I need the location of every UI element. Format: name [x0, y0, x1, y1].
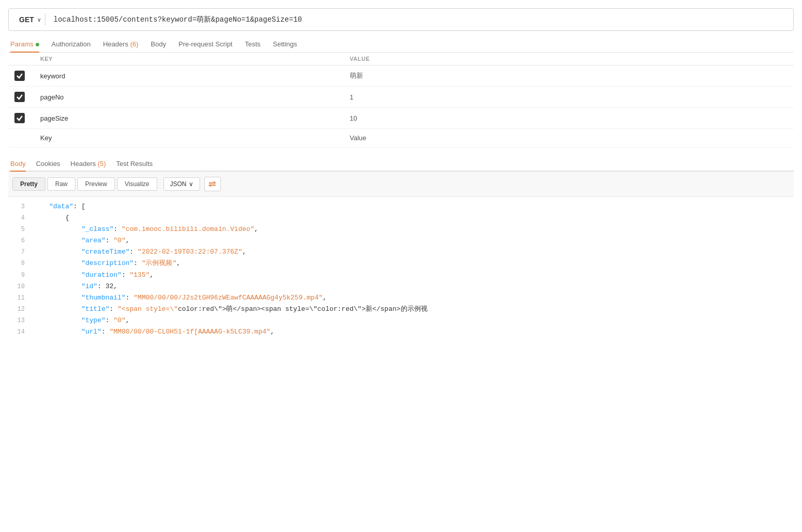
line-number: 13	[8, 315, 33, 326]
format-row: Pretty Raw Preview Visualize JSON ∨ ⇌	[8, 172, 794, 197]
line-number: 4	[8, 212, 33, 223]
format-pretty-btn[interactable]: Pretty	[12, 177, 45, 191]
response-tab-testresults[interactable]: Test Results	[116, 156, 153, 171]
line-number: 5	[8, 224, 33, 235]
line-content: "url": "MM00/00/00-CL0H51-1f[AAAAAG-k5LC…	[33, 326, 794, 338]
table-row-empty: Key Value	[8, 129, 794, 147]
checkbox-pagesize[interactable]	[14, 113, 25, 123]
col-value: VALUE	[343, 53, 794, 65]
format-visualize-btn[interactable]: Visualize	[117, 177, 157, 191]
url-bar: GET ∨	[8, 8, 794, 31]
line-content: "title": "<span style=\"color:red\">萌</s…	[33, 304, 794, 315]
line-content: {	[33, 212, 794, 224]
params-table: KEY VALUE keyword 萌新 pag	[8, 53, 794, 147]
line-content: "area": "0",	[33, 235, 794, 246]
json-viewer: 3 "data": [4 {5 "_class": "com.imooc.bil…	[8, 197, 794, 342]
json-line: 9 "duration": "135",	[8, 270, 794, 281]
tab-tests[interactable]: Tests	[245, 35, 260, 52]
line-content: "description": "示例视频",	[33, 258, 794, 269]
line-content: "thumbnail": "MM00/00/00/J2s2tGH96zWEawf…	[33, 292, 794, 304]
response-tab-headers[interactable]: Headers (5)	[71, 156, 106, 171]
wrap-button[interactable]: ⇌	[204, 177, 221, 191]
method-chevron: ∨	[37, 17, 41, 23]
line-number: 12	[8, 304, 33, 314]
json-line: 13 "type": "0",	[8, 315, 794, 326]
param-key-placeholder[interactable]: Key	[34, 129, 343, 147]
col-checkbox	[8, 53, 34, 65]
json-line: 4 {	[8, 212, 794, 224]
line-content: "duration": "135",	[33, 270, 794, 281]
json-line: 12 "title": "<span style=\"color:red\">萌…	[8, 304, 794, 315]
checkbox-keyword[interactable]	[14, 71, 25, 81]
dropdown-chevron: ∨	[189, 180, 193, 188]
json-line: 3 "data": [	[8, 201, 794, 212]
json-line: 10 "id": 32,	[8, 281, 794, 292]
response-tab-cookies[interactable]: Cookies	[36, 156, 60, 171]
line-number: 8	[8, 258, 33, 269]
param-key-pageno[interactable]: pageNo	[34, 87, 343, 108]
headers-badge: (6)	[130, 40, 138, 48]
json-line: 14 "url": "MM00/00/00-CL0H51-1f[AAAAAG-k…	[8, 326, 794, 338]
format-dropdown[interactable]: JSON ∨	[163, 177, 200, 191]
line-number: 11	[8, 292, 33, 303]
line-number: 10	[8, 281, 33, 292]
col-key: KEY	[34, 53, 343, 65]
checkbox-pageno[interactable]	[14, 92, 25, 102]
param-key-keyword[interactable]: keyword	[34, 65, 343, 87]
param-value-pagesize[interactable]: 10	[343, 108, 794, 129]
json-line: 5 "_class": "com.imooc.bilibili.domain.V…	[8, 224, 794, 235]
json-line: 7 "createTime": "2022-02-19T03:22:07.376…	[8, 246, 794, 258]
tab-settings[interactable]: Settings	[273, 35, 297, 52]
response-tab-body[interactable]: Body	[10, 156, 26, 171]
param-key-pagesize[interactable]: pageSize	[34, 108, 343, 129]
line-number: 7	[8, 246, 33, 257]
line-content: "createTime": "2022-02-19T03:22:07.376Z"…	[33, 246, 794, 258]
method-label: GET	[19, 15, 34, 24]
param-value-placeholder[interactable]: Value	[343, 129, 794, 147]
line-content: "type": "0",	[33, 315, 794, 326]
tab-prerequest[interactable]: Pre-request Script	[178, 35, 233, 52]
table-row: pageNo 1	[8, 87, 794, 108]
tab-params[interactable]: Params	[10, 35, 39, 52]
method-selector[interactable]: GET ∨	[15, 13, 45, 26]
line-number: 3	[8, 201, 33, 212]
line-content: "_class": "com.imooc.bilibili.domain.Vid…	[33, 224, 794, 235]
json-line: 8 "description": "示例视频",	[8, 258, 794, 269]
line-number: 6	[8, 235, 33, 246]
table-row: keyword 萌新	[8, 65, 794, 87]
line-content: "data": [	[33, 201, 794, 212]
json-line: 6 "area": "0",	[8, 235, 794, 246]
url-input[interactable]	[54, 15, 787, 24]
tab-body[interactable]: Body	[151, 35, 166, 52]
line-number: 14	[8, 326, 33, 337]
json-line: 11 "thumbnail": "MM00/00/00/J2s2tGH96zWE…	[8, 292, 794, 304]
tab-headers[interactable]: Headers (6)	[103, 35, 139, 52]
line-content: "id": 32,	[33, 281, 794, 292]
tab-authorization[interactable]: Authorization	[52, 35, 91, 52]
param-value-pageno[interactable]: 1	[343, 87, 794, 108]
response-section: Body Cookies Headers (5) Test Results Pr…	[8, 156, 794, 342]
response-headers-badge: (5)	[97, 160, 106, 168]
params-dot	[36, 43, 39, 46]
format-preview-btn[interactable]: Preview	[77, 177, 115, 191]
table-row: pageSize 10	[8, 108, 794, 129]
param-value-keyword[interactable]: 萌新	[343, 65, 794, 87]
format-raw-btn[interactable]: Raw	[47, 177, 75, 191]
request-tabs: Params Authorization Headers (6) Body Pr…	[8, 35, 794, 53]
response-tabs: Body Cookies Headers (5) Test Results	[8, 156, 794, 172]
line-number: 9	[8, 270, 33, 280]
